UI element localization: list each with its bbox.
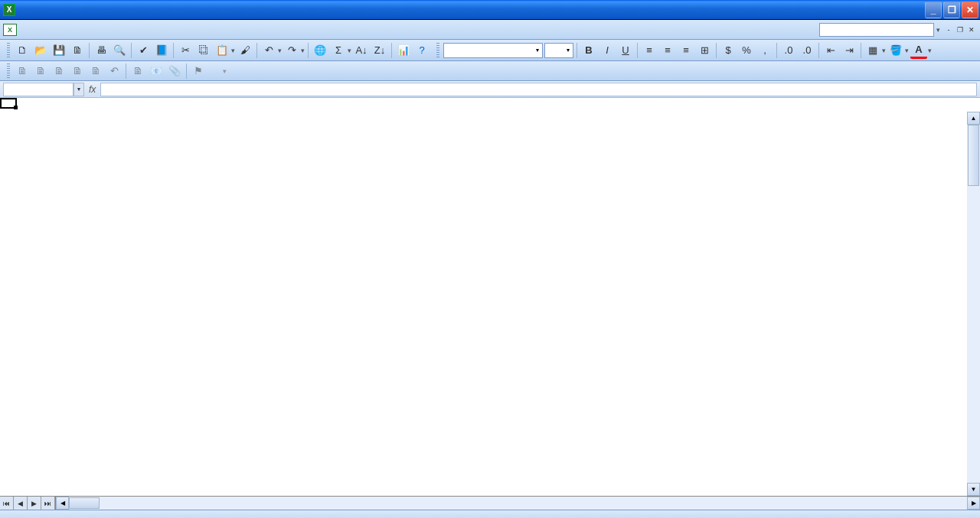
align-right-icon[interactable]: ≡ (678, 42, 694, 59)
document-icon[interactable]: X (3, 24, 17, 36)
scroll-up-button[interactable]: ▲ (967, 112, 980, 125)
review-icon-8[interactable]: 📧 (148, 63, 165, 80)
align-left-icon[interactable]: ≡ (641, 42, 658, 59)
spelling-icon[interactable]: ✔ (135, 42, 152, 59)
research-icon[interactable]: 📘 (153, 42, 170, 59)
permission-icon[interactable]: 🗎 (69, 42, 86, 59)
review-icon-7[interactable]: 🗎 (129, 63, 146, 80)
toolbar-grip[interactable] (7, 43, 10, 58)
tab-nav-last[interactable]: ⏭ (41, 497, 55, 510)
font-color-icon[interactable]: A (910, 42, 927, 59)
print-preview-icon[interactable]: 🔍 (111, 42, 128, 59)
mdi-minimize-button[interactable]: - (943, 24, 954, 35)
chart-icon[interactable]: 📊 (395, 42, 412, 59)
review-icon-2[interactable]: 🗎 (32, 63, 49, 80)
spreadsheet-area: ▲ ▼ ⏮ ◀ ▶ ⏭ ◀ ▶ (0, 98, 980, 510)
excel-icon: X (3, 4, 15, 16)
formula-bar: ▾ fx (0, 81, 980, 98)
hyperlink-icon[interactable]: 🌐 (312, 42, 328, 59)
save-icon[interactable]: 💾 (51, 42, 67, 59)
redo-icon[interactable]: ↷ (283, 42, 300, 59)
paste-icon[interactable]: 📋 (214, 42, 230, 59)
format-painter-icon[interactable]: 🖌 (237, 42, 253, 59)
autosum-icon[interactable]: Σ (330, 42, 347, 59)
mdi-restore-button[interactable]: ❐ (955, 24, 965, 35)
sort-desc-icon[interactable]: Z↓ (371, 42, 388, 59)
toolbar2-grip[interactable] (7, 64, 10, 79)
help-search-input[interactable] (819, 23, 934, 37)
comma-icon[interactable]: , (756, 42, 773, 59)
vertical-scrollbar[interactable]: ▲ ▼ (967, 112, 980, 496)
maximize-button[interactable]: ❐ (943, 2, 960, 18)
open-icon[interactable]: 📂 (32, 42, 49, 59)
mdi-close-button[interactable]: ✕ (966, 24, 977, 35)
merge-center-icon[interactable]: ⊞ (696, 42, 713, 59)
tab-nav-next[interactable]: ▶ (28, 497, 41, 510)
increase-decimal-icon[interactable]: .0 (780, 42, 797, 59)
tab-nav-first[interactable]: ⏮ (0, 497, 14, 510)
window-titlebar: X _ ❐ ✕ (0, 0, 980, 20)
selection-indicator (0, 98, 17, 109)
bold-button[interactable]: B (580, 42, 597, 59)
decrease-indent-icon[interactable]: ⇤ (822, 42, 839, 59)
toolbar-grip-2[interactable] (436, 43, 439, 58)
menu-bar: X ▾ - ❐ ✕ (0, 20, 980, 40)
increase-indent-icon[interactable]: ⇥ (841, 42, 858, 59)
close-button[interactable]: ✕ (962, 2, 978, 18)
scroll-right-button[interactable]: ▶ (967, 497, 980, 510)
horizontal-scrollbar[interactable]: ◀ ▶ (55, 497, 980, 510)
sort-asc-icon[interactable]: A↓ (353, 42, 370, 59)
vscroll-thumb[interactable] (968, 125, 979, 186)
review-icon-3[interactable]: 🗎 (51, 63, 67, 80)
name-box-dropdown[interactable]: ▾ (74, 83, 84, 96)
fx-icon[interactable]: fx (84, 84, 100, 95)
borders-icon[interactable]: ▦ (864, 42, 881, 59)
cut-icon[interactable]: ✂ (177, 42, 194, 59)
italic-button[interactable]: I (599, 42, 616, 59)
align-center-icon[interactable]: ≡ (659, 42, 676, 59)
print-icon[interactable]: 🖶 (93, 42, 109, 59)
hscroll-thumb[interactable] (69, 497, 100, 509)
help-dropdown-icon[interactable]: ▾ (936, 26, 940, 34)
status-bar (0, 510, 980, 518)
font-size-selector[interactable]: ▾ (544, 43, 573, 58)
name-box[interactable] (3, 83, 74, 96)
review-icon-9[interactable]: 📎 (166, 63, 183, 80)
help-icon[interactable]: ? (413, 42, 430, 59)
flag-icon[interactable]: ⚑ (190, 63, 207, 80)
undo-icon[interactable]: ↶ (260, 42, 277, 59)
review-icon-1[interactable]: 🗎 (14, 63, 31, 80)
scroll-down-button[interactable]: ▼ (967, 483, 980, 496)
review-icon-4[interactable]: 🗎 (69, 63, 86, 80)
fill-color-icon[interactable]: 🪣 (887, 42, 904, 59)
minimize-button[interactable]: _ (925, 2, 942, 18)
review-icon-5[interactable]: 🗎 (87, 63, 104, 80)
new-icon[interactable]: 🗋 (14, 42, 31, 59)
scroll-left-button[interactable]: ◀ (56, 497, 69, 510)
currency-icon[interactable]: $ (720, 42, 737, 59)
font-name-selector[interactable]: ▾ (443, 43, 543, 58)
tab-nav-prev[interactable]: ◀ (14, 497, 28, 510)
underline-button[interactable]: U (617, 42, 634, 59)
decrease-decimal-icon[interactable]: .0 (799, 42, 815, 59)
sheet-tab-bar: ⏮ ◀ ▶ ⏭ ◀ ▶ (0, 496, 980, 510)
review-icon-6[interactable]: ↶ (106, 63, 122, 80)
standard-toolbar: 🗋 📂 💾 🗎 🖶 🔍 ✔ 📘 ✂ ⿻ 📋▾ 🖌 ↶▾ ↷▾ 🌐 Σ▾ A↓ Z… (0, 40, 980, 61)
reviewing-toolbar: 🗎 🗎 🗎 🗎 🗎 ↶ 🗎 📧 📎 ⚑ ▾ (0, 61, 980, 81)
formula-input[interactable] (100, 83, 977, 96)
percent-icon[interactable]: % (738, 42, 755, 59)
copy-icon[interactable]: ⿻ (195, 42, 212, 59)
